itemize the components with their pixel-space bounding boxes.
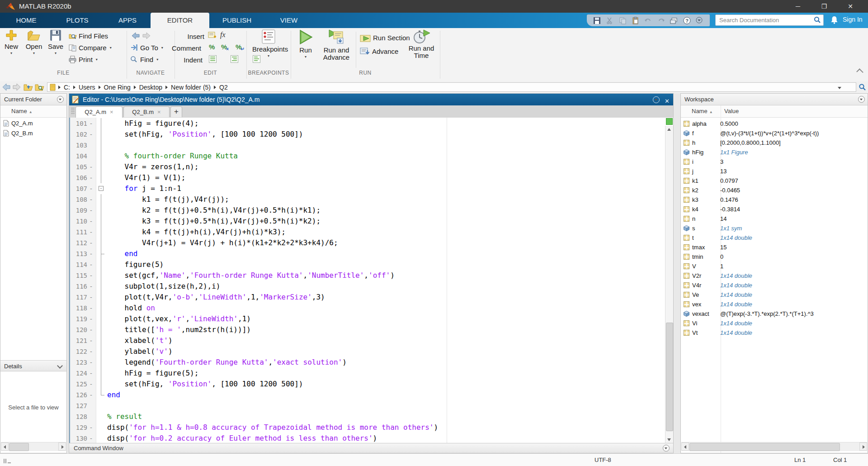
workspace-row[interactable]: f@(t,v)-(3*t/(1+t))*v+(2*(1+t)^3*exp(-t)…	[681, 128, 868, 138]
addressbar-search-icon[interactable]	[859, 83, 866, 91]
run-section-button[interactable]: Run Section	[360, 33, 410, 43]
scroll-thumb[interactable]	[689, 443, 840, 451]
code-line[interactable]: 103	[70, 140, 673, 151]
executable-marker[interactable]	[87, 140, 95, 151]
workspace-hscrollbar[interactable]	[681, 442, 867, 451]
code-line[interactable]: 117- plot(t,V4r,'o-b','LineWidth',1,'Mar…	[70, 292, 673, 303]
advance-button[interactable]: Advance	[360, 46, 398, 56]
current-folder-hscrollbar[interactable]	[1, 442, 66, 451]
help-icon[interactable]: ?	[683, 17, 691, 24]
browse-folder-icon[interactable]	[35, 83, 44, 92]
workspace-row[interactable]: V4r1x14 double	[681, 281, 868, 290]
path-field[interactable]: C:UsersOne RingDesktopNew folder (5)Q2	[47, 82, 856, 92]
executable-marker[interactable]: -	[87, 346, 95, 357]
breakpoints-button[interactable]: Breakpoints▾	[252, 29, 285, 58]
executable-marker[interactable]: -	[87, 238, 95, 248]
tab-close-icon[interactable]: ×	[157, 109, 161, 115]
workspace-row[interactable]: tmin0	[681, 252, 868, 262]
back-icon[interactable]	[131, 32, 140, 40]
smart-indent-icon[interactable]	[209, 55, 217, 63]
undo-icon[interactable]	[644, 17, 652, 24]
close-button[interactable]: ✕	[840, 0, 861, 13]
insert-section-icon[interactable]	[208, 31, 217, 40]
executable-marker[interactable]: -	[87, 270, 95, 281]
executable-marker[interactable]	[87, 400, 95, 411]
workspace-row[interactable]: j13	[681, 166, 868, 176]
minimize-button[interactable]: ─	[788, 0, 808, 13]
maximize-button[interactable]: ❐	[814, 0, 835, 13]
insert-function-icon[interactable]: fx	[220, 31, 226, 39]
executable-marker[interactable]: -	[87, 422, 95, 433]
editor-menu-icon[interactable]	[653, 96, 660, 103]
go-to-button[interactable]: Go To▾	[130, 43, 163, 52]
code-line[interactable]: 116- subplot(1,size(h,2),i)	[70, 281, 673, 292]
workspace-column-header[interactable]: Name▲ Value	[681, 105, 868, 118]
code-line[interactable]: 130-disp('for h=0.2 accuracy of Euler me…	[70, 433, 673, 443]
code-line[interactable]: 110- k3 = f(t(j)+0.5*h(i),V4r(j)+0.5*h(i…	[70, 216, 673, 227]
search-documentation-input[interactable]: Search Documentation	[715, 14, 824, 26]
code-line[interactable]: 106- V4r(1) = V(1);	[70, 172, 673, 183]
code-line[interactable]: 113- end	[70, 248, 673, 259]
editor-vscrollbar[interactable]	[665, 126, 673, 443]
dock-window-icon[interactable]	[670, 17, 678, 24]
breadcrumb-segment[interactable]: New folder (5)	[171, 84, 211, 91]
workspace-row[interactable]: vex1x14 double	[681, 300, 868, 309]
file-item[interactable]: Q2_A.m	[0, 118, 66, 128]
redo-icon[interactable]	[657, 17, 665, 24]
command-window-menu-icon[interactable]	[663, 445, 670, 452]
code-line[interactable]: 102- set(hFig, 'Position', [100 100 1200…	[70, 129, 673, 140]
code-line[interactable]: 125- set(hFig, 'Position', [100 100 1200…	[70, 379, 673, 390]
code-line[interactable]: 111- k4 = f(t(j)+h(i),V4r(j)+h(i)*k3);	[70, 227, 673, 238]
scroll-right-icon[interactable]	[859, 442, 867, 451]
executable-marker[interactable]	[87, 411, 95, 422]
code-line[interactable]: 109- k2 = f(t(j)+0.5*h(i),V4r(j)+0.5*h(i…	[70, 205, 673, 216]
code-line[interactable]: 108- k1 = f(t(j),V4r(j));	[70, 194, 673, 205]
search-icon[interactable]	[814, 16, 821, 24]
workspace-row[interactable]: alpha0.5000	[681, 119, 868, 128]
code-line[interactable]: 115- set(gcf,'Name','Fourth-order Runge …	[70, 270, 673, 281]
code-line[interactable]: 123- legend('Fourth-order Runge Kutta','…	[70, 357, 673, 368]
code-line[interactable]: 101- hFig = figure(4);	[70, 118, 673, 129]
run-and-time-button[interactable]: Run and Time	[407, 29, 436, 59]
code-line[interactable]: 107-- for j = 1:n-1	[70, 183, 673, 194]
forward-icon[interactable]	[142, 32, 151, 40]
sign-in-link[interactable]: Sign In	[843, 16, 863, 23]
executable-marker[interactable]: -	[87, 183, 95, 194]
workspace-row[interactable]: tmax15	[681, 243, 868, 252]
tab-close-icon[interactable]: ×	[110, 109, 113, 115]
executable-marker[interactable]: -	[87, 162, 95, 172]
executable-marker[interactable]: -	[87, 248, 95, 259]
breadcrumb-segment[interactable]: Desktop	[139, 84, 162, 91]
editor-tab-q2_b.m[interactable]: Q2_B.m×	[123, 106, 170, 117]
new-button[interactable]: New▾	[1, 29, 22, 55]
paste-icon[interactable]	[632, 17, 639, 24]
comment-icon[interactable]: %	[209, 43, 215, 51]
find-files-button[interactable]: Find Files	[69, 31, 108, 41]
current-folder-menu-icon[interactable]	[57, 96, 64, 103]
ribbon-tab-plots[interactable]: PLOTS	[57, 13, 98, 28]
print-button[interactable]: Print▾	[69, 54, 98, 64]
workspace-row[interactable]: k2-0.0465	[681, 185, 868, 195]
compare-button[interactable]: Compare▾	[69, 43, 112, 52]
nav-forward-icon[interactable]	[12, 83, 21, 92]
path-dropdown-icon[interactable]	[838, 87, 841, 89]
save-button[interactable]: Save▾	[45, 29, 66, 55]
workspace-row[interactable]: s1x1 sym	[681, 223, 868, 233]
save-icon[interactable]	[593, 17, 601, 24]
scroll-thumb[interactable]	[9, 443, 29, 451]
fold-collapse-icon[interactable]: -	[99, 186, 104, 191]
run-and-advance-button[interactable]: Run and Advance	[319, 29, 354, 61]
code-line[interactable]: 128% result	[70, 411, 673, 422]
executable-marker[interactable]: -	[87, 335, 95, 346]
cut-icon[interactable]	[606, 17, 613, 24]
workspace-row[interactable]: V1	[681, 262, 868, 271]
notifications-bell-icon[interactable]	[830, 15, 839, 24]
copy-icon[interactable]	[619, 17, 627, 24]
code-line[interactable]: 114- figure(5)	[70, 259, 673, 270]
code-line[interactable]: 119- plot(t,vex,'r','LineWidth',1)	[70, 314, 673, 324]
breadcrumb-segment[interactable]: C:	[64, 84, 70, 91]
code-line[interactable]: 122- ylabel('v')	[70, 346, 673, 357]
code-line[interactable]: 121- xlabel('t')	[70, 335, 673, 346]
scroll-left-icon[interactable]	[1, 442, 9, 451]
executable-marker[interactable]	[87, 151, 95, 162]
